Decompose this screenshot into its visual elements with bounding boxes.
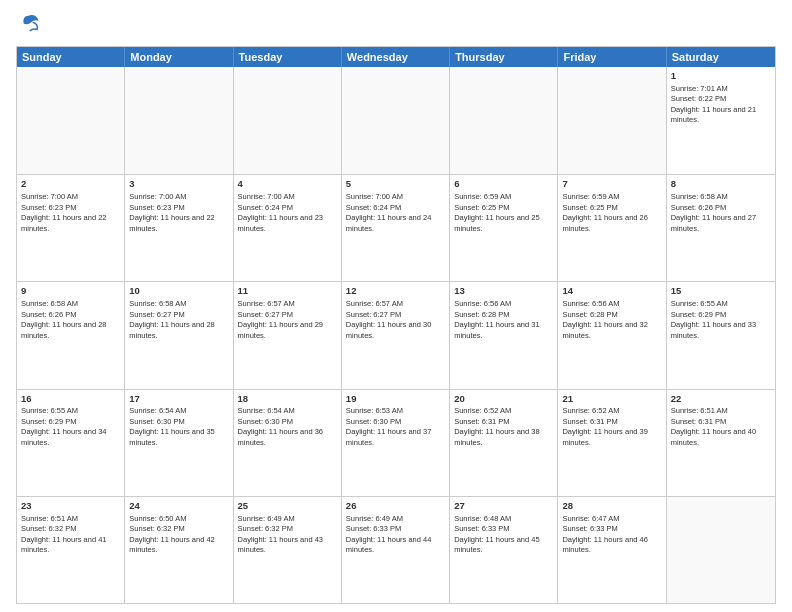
day-info: Sunrise: 6:58 AM Sunset: 6:27 PM Dayligh… (129, 299, 214, 340)
day-info: Sunrise: 6:54 AM Sunset: 6:30 PM Dayligh… (238, 406, 323, 447)
logo-icon (18, 12, 40, 34)
day-number: 26 (346, 500, 445, 513)
day-number: 15 (671, 285, 771, 298)
calendar-week-1: 1Sunrise: 7:01 AM Sunset: 6:22 PM Daylig… (17, 67, 775, 174)
day-cell-16: 16Sunrise: 6:55 AM Sunset: 6:29 PM Dayli… (17, 390, 125, 496)
day-cell-14: 14Sunrise: 6:56 AM Sunset: 6:28 PM Dayli… (558, 282, 666, 388)
day-info: Sunrise: 6:56 AM Sunset: 6:28 PM Dayligh… (454, 299, 539, 340)
day-number: 21 (562, 393, 661, 406)
empty-cell (17, 67, 125, 174)
day-number: 27 (454, 500, 553, 513)
day-number: 3 (129, 178, 228, 191)
day-number: 12 (346, 285, 445, 298)
day-cell-23: 23Sunrise: 6:51 AM Sunset: 6:32 PM Dayli… (17, 497, 125, 603)
day-info: Sunrise: 6:48 AM Sunset: 6:33 PM Dayligh… (454, 514, 539, 555)
weekday-header-sunday: Sunday (17, 47, 125, 67)
day-number: 11 (238, 285, 337, 298)
day-number: 2 (21, 178, 120, 191)
day-cell-9: 9Sunrise: 6:58 AM Sunset: 6:26 PM Daylig… (17, 282, 125, 388)
logo (16, 12, 40, 38)
day-cell-26: 26Sunrise: 6:49 AM Sunset: 6:33 PM Dayli… (342, 497, 450, 603)
day-number: 8 (671, 178, 771, 191)
day-number: 5 (346, 178, 445, 191)
day-info: Sunrise: 6:59 AM Sunset: 6:25 PM Dayligh… (454, 192, 539, 233)
day-number: 13 (454, 285, 553, 298)
day-cell-7: 7Sunrise: 6:59 AM Sunset: 6:25 PM Daylig… (558, 175, 666, 281)
empty-cell (558, 67, 666, 174)
day-info: Sunrise: 6:47 AM Sunset: 6:33 PM Dayligh… (562, 514, 647, 555)
calendar-header: SundayMondayTuesdayWednesdayThursdayFrid… (17, 47, 775, 67)
weekday-header-wednesday: Wednesday (342, 47, 450, 67)
day-number: 19 (346, 393, 445, 406)
day-cell-18: 18Sunrise: 6:54 AM Sunset: 6:30 PM Dayli… (234, 390, 342, 496)
page: SundayMondayTuesdayWednesdayThursdayFrid… (0, 0, 792, 612)
calendar-week-5: 23Sunrise: 6:51 AM Sunset: 6:32 PM Dayli… (17, 496, 775, 603)
day-number: 28 (562, 500, 661, 513)
weekday-header-thursday: Thursday (450, 47, 558, 67)
day-number: 25 (238, 500, 337, 513)
day-info: Sunrise: 7:01 AM Sunset: 6:22 PM Dayligh… (671, 84, 756, 125)
day-info: Sunrise: 6:58 AM Sunset: 6:26 PM Dayligh… (21, 299, 106, 340)
calendar-week-4: 16Sunrise: 6:55 AM Sunset: 6:29 PM Dayli… (17, 389, 775, 496)
day-info: Sunrise: 7:00 AM Sunset: 6:23 PM Dayligh… (129, 192, 214, 233)
day-cell-21: 21Sunrise: 6:52 AM Sunset: 6:31 PM Dayli… (558, 390, 666, 496)
day-cell-11: 11Sunrise: 6:57 AM Sunset: 6:27 PM Dayli… (234, 282, 342, 388)
day-number: 23 (21, 500, 120, 513)
day-cell-6: 6Sunrise: 6:59 AM Sunset: 6:25 PM Daylig… (450, 175, 558, 281)
day-info: Sunrise: 6:58 AM Sunset: 6:26 PM Dayligh… (671, 192, 756, 233)
day-cell-20: 20Sunrise: 6:52 AM Sunset: 6:31 PM Dayli… (450, 390, 558, 496)
day-cell-15: 15Sunrise: 6:55 AM Sunset: 6:29 PM Dayli… (667, 282, 775, 388)
empty-cell (450, 67, 558, 174)
day-info: Sunrise: 6:57 AM Sunset: 6:27 PM Dayligh… (238, 299, 323, 340)
day-number: 20 (454, 393, 553, 406)
day-cell-19: 19Sunrise: 6:53 AM Sunset: 6:30 PM Dayli… (342, 390, 450, 496)
day-info: Sunrise: 6:55 AM Sunset: 6:29 PM Dayligh… (21, 406, 106, 447)
day-info: Sunrise: 6:50 AM Sunset: 6:32 PM Dayligh… (129, 514, 214, 555)
calendar-week-2: 2Sunrise: 7:00 AM Sunset: 6:23 PM Daylig… (17, 174, 775, 281)
day-info: Sunrise: 6:56 AM Sunset: 6:28 PM Dayligh… (562, 299, 647, 340)
day-info: Sunrise: 6:55 AM Sunset: 6:29 PM Dayligh… (671, 299, 756, 340)
day-cell-27: 27Sunrise: 6:48 AM Sunset: 6:33 PM Dayli… (450, 497, 558, 603)
day-cell-4: 4Sunrise: 7:00 AM Sunset: 6:24 PM Daylig… (234, 175, 342, 281)
day-cell-28: 28Sunrise: 6:47 AM Sunset: 6:33 PM Dayli… (558, 497, 666, 603)
day-number: 16 (21, 393, 120, 406)
day-info: Sunrise: 6:52 AM Sunset: 6:31 PM Dayligh… (454, 406, 539, 447)
day-number: 10 (129, 285, 228, 298)
day-number: 18 (238, 393, 337, 406)
day-cell-25: 25Sunrise: 6:49 AM Sunset: 6:32 PM Dayli… (234, 497, 342, 603)
weekday-header-tuesday: Tuesday (234, 47, 342, 67)
day-number: 14 (562, 285, 661, 298)
weekday-header-saturday: Saturday (667, 47, 775, 67)
day-number: 4 (238, 178, 337, 191)
day-cell-10: 10Sunrise: 6:58 AM Sunset: 6:27 PM Dayli… (125, 282, 233, 388)
empty-cell (234, 67, 342, 174)
day-info: Sunrise: 6:57 AM Sunset: 6:27 PM Dayligh… (346, 299, 431, 340)
day-number: 9 (21, 285, 120, 298)
calendar-week-3: 9Sunrise: 6:58 AM Sunset: 6:26 PM Daylig… (17, 281, 775, 388)
day-cell-13: 13Sunrise: 6:56 AM Sunset: 6:28 PM Dayli… (450, 282, 558, 388)
weekday-header-friday: Friday (558, 47, 666, 67)
day-number: 22 (671, 393, 771, 406)
day-cell-2: 2Sunrise: 7:00 AM Sunset: 6:23 PM Daylig… (17, 175, 125, 281)
day-cell-3: 3Sunrise: 7:00 AM Sunset: 6:23 PM Daylig… (125, 175, 233, 281)
day-cell-24: 24Sunrise: 6:50 AM Sunset: 6:32 PM Dayli… (125, 497, 233, 603)
day-number: 24 (129, 500, 228, 513)
day-number: 7 (562, 178, 661, 191)
empty-cell (125, 67, 233, 174)
day-info: Sunrise: 6:54 AM Sunset: 6:30 PM Dayligh… (129, 406, 214, 447)
day-cell-12: 12Sunrise: 6:57 AM Sunset: 6:27 PM Dayli… (342, 282, 450, 388)
day-info: Sunrise: 6:52 AM Sunset: 6:31 PM Dayligh… (562, 406, 647, 447)
day-cell-17: 17Sunrise: 6:54 AM Sunset: 6:30 PM Dayli… (125, 390, 233, 496)
day-number: 6 (454, 178, 553, 191)
day-info: Sunrise: 6:53 AM Sunset: 6:30 PM Dayligh… (346, 406, 431, 447)
day-info: Sunrise: 6:49 AM Sunset: 6:33 PM Dayligh… (346, 514, 431, 555)
header (16, 12, 776, 38)
day-cell-22: 22Sunrise: 6:51 AM Sunset: 6:31 PM Dayli… (667, 390, 775, 496)
empty-cell (667, 497, 775, 603)
day-info: Sunrise: 7:00 AM Sunset: 6:24 PM Dayligh… (346, 192, 431, 233)
day-info: Sunrise: 7:00 AM Sunset: 6:23 PM Dayligh… (21, 192, 106, 233)
weekday-header-monday: Monday (125, 47, 233, 67)
day-number: 1 (671, 70, 771, 83)
day-info: Sunrise: 6:51 AM Sunset: 6:32 PM Dayligh… (21, 514, 106, 555)
day-info: Sunrise: 6:49 AM Sunset: 6:32 PM Dayligh… (238, 514, 323, 555)
